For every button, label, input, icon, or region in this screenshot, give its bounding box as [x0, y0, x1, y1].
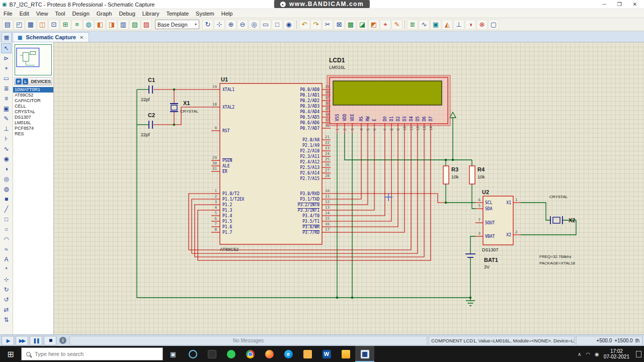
play-button[interactable]: ▶ — [2, 336, 14, 345]
search-input[interactable] — [35, 351, 158, 357]
network-icon[interactable]: ◠ — [586, 351, 590, 357]
menu-item[interactable]: Edit — [16, 11, 33, 17]
graph-mode-icon[interactable]: ∿ — [1, 144, 12, 154]
toolbar-ic on[interactable]: ◍ — [83, 20, 94, 30]
text-script-icon[interactable]: ≣ — [1, 83, 12, 94]
device-item[interactable]: CELL — [13, 104, 53, 109]
terminals-icon[interactable]: ⊥ — [1, 124, 12, 134]
taskbar-search[interactable] — [21, 347, 163, 360]
toolbar-ic on[interactable]: ◰ — [14, 20, 25, 30]
component-mode-icon[interactable]: ⊳ — [1, 53, 12, 63]
whatsapp-icon[interactable] — [221, 346, 240, 362]
home-tab-icon[interactable]: ▦ — [2, 32, 12, 42]
toolbar-icon[interactable]: ◭ — [442, 20, 453, 30]
2d-arc-icon[interactable]: ◠ — [1, 234, 12, 244]
pick-device-button[interactable]: P — [16, 78, 22, 84]
pause-button[interactable]: ❚❚ — [30, 336, 42, 345]
edge-icon[interactable]: e — [279, 346, 298, 362]
2d-box-icon[interactable]: □ — [1, 214, 12, 224]
notification-center-icon[interactable] — [636, 351, 641, 357]
mirror-y-icon[interactable]: ⇅ — [1, 315, 12, 325]
toolbar-icon[interactable]: ◉ — [283, 20, 294, 30]
close-button[interactable]: ✕ — [633, 2, 637, 7]
toolbar-icon[interactable]: ⊥ — [453, 20, 464, 30]
generator-icon[interactable]: ◑ — [1, 164, 12, 174]
device-item[interactable]: LM016L — [13, 120, 53, 126]
toolbar-icon[interactable]: ↶ — [299, 20, 310, 30]
stop-button[interactable]: ■ — [44, 336, 56, 345]
toolbar-icon[interactable]: ✎ — [391, 20, 403, 30]
taskbar-clock[interactable]: 17:02 07-02-2021 — [604, 348, 629, 359]
toolbar-ic on[interactable]: ⊞ — [60, 20, 71, 30]
word-icon[interactable]: W — [317, 346, 336, 362]
toolbar-icon[interactable]: ▢ — [488, 20, 499, 30]
start-button[interactable]: ⊞ — [0, 346, 21, 362]
voltage-probe-icon[interactable]: ◎ — [1, 174, 12, 184]
2d-marker-icon[interactable]: ⊹ — [1, 275, 12, 285]
folder-icon[interactable] — [298, 346, 317, 362]
toolbar-ic on[interactable]: ◫ — [37, 20, 48, 30]
firefox-icon[interactable] — [260, 346, 279, 362]
toolbar-ic on[interactable]: ◧ — [95, 20, 106, 30]
chrome-icon[interactable] — [240, 346, 260, 362]
minimize-button[interactable]: ─ — [603, 2, 606, 7]
task-view-icon[interactable]: ▣ — [163, 346, 183, 362]
info-icon[interactable]: i — [59, 337, 66, 344]
toolbar-icon[interactable]: ≣ — [407, 20, 418, 30]
maximize-button[interactable]: ❐ — [617, 2, 622, 7]
device-item[interactable]: PCF8574 — [13, 126, 53, 131]
tape-recorder-icon[interactable]: ◉ — [1, 154, 12, 164]
toolbar-icon[interactable]: ∿ — [419, 20, 430, 30]
subcircuit-icon[interactable]: ▣ — [1, 104, 12, 114]
bandicam-icon[interactable] — [202, 346, 221, 362]
instant-edit-icon[interactable]: ✎ — [1, 114, 12, 124]
toolbar-icon[interactable]: □ — [272, 20, 283, 30]
toolbar-icon[interactable]: ◩ — [368, 20, 379, 30]
toolbar-icon[interactable]: ⊠ — [334, 20, 345, 30]
toolbar-icon[interactable]: ◑ — [465, 20, 476, 30]
menu-item[interactable]: Graph — [93, 11, 116, 17]
device-item[interactable]: RES — [13, 131, 53, 137]
toolbar-ic on[interactable]: ▤ — [2, 20, 13, 30]
explorer-icon[interactable] — [336, 346, 355, 362]
2d-line-icon[interactable]: ╱ — [1, 204, 12, 214]
device-item[interactable]: AT89C52 — [13, 93, 53, 98]
toolbar-ic on[interactable]: ▧ — [129, 20, 140, 30]
library-button[interactable]: L — [23, 78, 29, 84]
toolbar-icon[interactable]: ⊖ — [237, 20, 248, 30]
component-r3[interactable]: R3 10k — [443, 166, 459, 184]
device-pins-icon[interactable]: ⊦ — [1, 134, 12, 144]
toolbar-icon[interactable]: ⊗ — [476, 20, 488, 30]
toolbar-icon[interactable]: ◪ — [357, 20, 368, 30]
menu-item[interactable]: Template — [163, 11, 192, 17]
device-item[interactable]: 10WATT0R1 — [13, 87, 53, 93]
component-x2[interactable]: CRYSTAL X2 FREQ=32.768khz PACKAGE=XTAL18 — [539, 195, 576, 265]
toolbar-ic on[interactable]: ◨ — [106, 20, 117, 30]
menu-item[interactable]: Tool — [51, 11, 68, 17]
toolbar-icon[interactable]: ✂ — [322, 20, 333, 30]
rotate-cw-icon[interactable]: ↻ — [1, 285, 12, 295]
toolbar-icon[interactable]: ⊹ — [214, 20, 225, 30]
schematic-canvas[interactable]: U1 AT89C52 19 XTAL1 18 XTAL2 9 — [54, 42, 644, 334]
tab-close-icon[interactable]: ✕ — [79, 35, 84, 40]
2d-path-icon[interactable]: ≈ — [1, 244, 12, 254]
volume-icon[interactable]: ◉ — [595, 351, 599, 357]
2d-symbol-icon[interactable]: * — [1, 264, 12, 275]
menu-item[interactable]: View — [33, 11, 52, 17]
design-selector[interactable]: Base Design ▾ — [155, 20, 199, 29]
buses-icon[interactable]: ≡ — [1, 94, 12, 104]
toolbar-ic on[interactable]: ≡ — [71, 20, 83, 30]
toolbar-icon[interactable]: ◎ — [249, 20, 260, 30]
toolbar-icon[interactable]: ↻ — [202, 20, 213, 30]
step-button[interactable]: ▶▶ — [16, 336, 28, 345]
toolbar-ic on[interactable]: ⊡ — [48, 20, 59, 30]
toolbar-ic on[interactable]: ▥ — [118, 20, 129, 30]
toolbar-icon[interactable]: ⊕ — [225, 20, 236, 30]
component-r4[interactable]: R4 10k — [469, 166, 485, 184]
menu-item[interactable]: Help — [218, 11, 236, 17]
device-item[interactable]: CAPACITOR — [13, 98, 53, 104]
mirror-x-icon[interactable]: ⇄ — [1, 305, 12, 315]
virtual-instruments-icon[interactable]: ■ — [1, 194, 12, 204]
selection-mode-icon[interactable]: ↖ — [1, 43, 12, 53]
menu-item[interactable]: System — [192, 11, 218, 17]
